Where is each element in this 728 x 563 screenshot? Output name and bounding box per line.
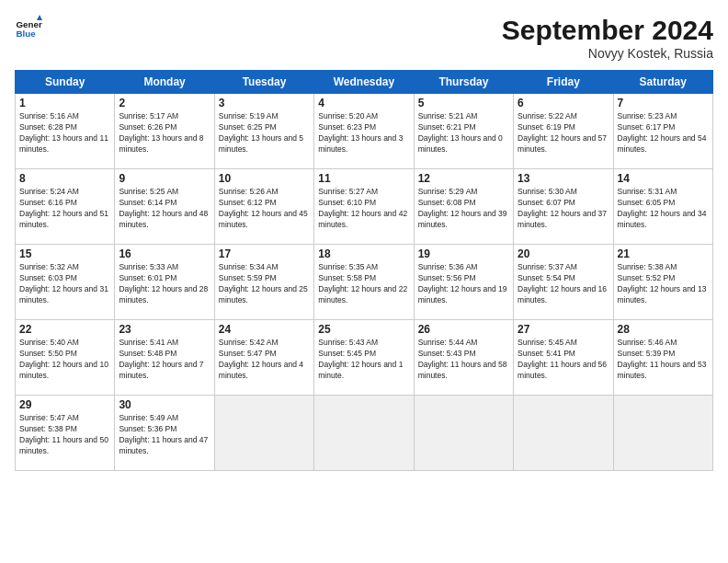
calendar-cell: 12 Sunrise: 5:29 AM Sunset: 6:08 PM Dayl… (414, 169, 513, 245)
day-number: 8 (19, 172, 110, 185)
day-info: Sunrise: 5:27 AM Sunset: 6:10 PM Dayligh… (318, 187, 409, 231)
day-number: 25 (318, 323, 409, 336)
calendar-cell: 22 Sunrise: 5:40 AM Sunset: 5:50 PM Dayl… (16, 320, 115, 396)
day-info: Sunrise: 5:49 AM Sunset: 5:36 PM Dayligh… (119, 413, 210, 457)
day-number: 21 (618, 247, 709, 260)
day-info: Sunrise: 5:33 AM Sunset: 6:01 PM Dayligh… (119, 262, 210, 306)
day-number: 12 (418, 172, 509, 185)
calendar-row: 1 Sunrise: 5:16 AM Sunset: 6:28 PM Dayli… (16, 94, 713, 169)
day-info: Sunrise: 5:25 AM Sunset: 6:14 PM Dayligh… (119, 187, 210, 231)
svg-marker-2 (37, 15, 42, 20)
location: Novyy Kostek, Russia (502, 46, 713, 61)
col-monday: Monday (115, 71, 214, 94)
day-number: 10 (219, 172, 310, 185)
calendar-table: Sunday Monday Tuesday Wednesday Thursday… (15, 70, 713, 471)
calendar-page: General Blue September 2024 Novyy Kostek… (0, 0, 728, 563)
calendar-cell: 9 Sunrise: 5:25 AM Sunset: 6:14 PM Dayli… (115, 169, 214, 245)
day-info: Sunrise: 5:32 AM Sunset: 6:03 PM Dayligh… (19, 262, 110, 306)
calendar-cell (514, 396, 613, 471)
day-number: 24 (219, 323, 310, 336)
logo: General Blue (15, 15, 42, 42)
day-number: 3 (219, 97, 310, 109)
header-row: Sunday Monday Tuesday Wednesday Thursday… (16, 71, 713, 94)
calendar-cell: 15 Sunrise: 5:32 AM Sunset: 6:03 PM Dayl… (16, 245, 115, 320)
day-number: 19 (418, 247, 509, 260)
calendar-cell: 11 Sunrise: 5:27 AM Sunset: 6:10 PM Dayl… (314, 169, 414, 245)
calendar-cell: 20 Sunrise: 5:37 AM Sunset: 5:54 PM Dayl… (514, 245, 613, 320)
calendar-cell (214, 396, 313, 471)
calendar-cell (414, 396, 513, 471)
calendar-cell: 2 Sunrise: 5:17 AM Sunset: 6:26 PM Dayli… (115, 94, 214, 169)
calendar-row: 22 Sunrise: 5:40 AM Sunset: 5:50 PM Dayl… (16, 320, 713, 396)
calendar-cell: 24 Sunrise: 5:42 AM Sunset: 5:47 PM Dayl… (214, 320, 313, 396)
day-info: Sunrise: 5:26 AM Sunset: 6:12 PM Dayligh… (219, 187, 310, 231)
col-tuesday: Tuesday (214, 71, 313, 94)
day-info: Sunrise: 5:38 AM Sunset: 5:52 PM Dayligh… (618, 262, 709, 306)
calendar-cell: 6 Sunrise: 5:22 AM Sunset: 6:19 PM Dayli… (514, 94, 613, 169)
day-info: Sunrise: 5:40 AM Sunset: 5:50 PM Dayligh… (19, 338, 110, 382)
day-info: Sunrise: 5:22 AM Sunset: 6:19 PM Dayligh… (518, 111, 609, 155)
day-number: 20 (518, 247, 609, 260)
calendar-cell: 10 Sunrise: 5:26 AM Sunset: 6:12 PM Dayl… (214, 169, 313, 245)
day-info: Sunrise: 5:23 AM Sunset: 6:17 PM Dayligh… (618, 111, 709, 155)
day-number: 15 (19, 247, 110, 260)
day-number: 22 (19, 323, 110, 336)
title-block: September 2024 Novyy Kostek, Russia (502, 15, 713, 61)
day-number: 26 (418, 323, 509, 336)
day-info: Sunrise: 5:31 AM Sunset: 6:05 PM Dayligh… (618, 187, 709, 231)
day-number: 18 (318, 247, 409, 260)
header: General Blue September 2024 Novyy Kostek… (15, 15, 713, 61)
day-info: Sunrise: 5:34 AM Sunset: 5:59 PM Dayligh… (219, 262, 310, 306)
calendar-row: 15 Sunrise: 5:32 AM Sunset: 6:03 PM Dayl… (16, 245, 713, 320)
col-sunday: Sunday (16, 71, 115, 94)
calendar-cell: 26 Sunrise: 5:44 AM Sunset: 5:43 PM Dayl… (414, 320, 513, 396)
day-info: Sunrise: 5:20 AM Sunset: 6:23 PM Dayligh… (318, 111, 409, 155)
day-info: Sunrise: 5:45 AM Sunset: 5:41 PM Dayligh… (518, 338, 609, 382)
calendar-cell: 23 Sunrise: 5:41 AM Sunset: 5:48 PM Dayl… (115, 320, 214, 396)
calendar-cell: 29 Sunrise: 5:47 AM Sunset: 5:38 PM Dayl… (16, 396, 115, 471)
day-info: Sunrise: 5:47 AM Sunset: 5:38 PM Dayligh… (19, 413, 110, 457)
col-wednesday: Wednesday (314, 71, 414, 94)
day-info: Sunrise: 5:46 AM Sunset: 5:39 PM Dayligh… (618, 338, 709, 382)
calendar-cell: 25 Sunrise: 5:43 AM Sunset: 5:45 PM Dayl… (314, 320, 414, 396)
col-friday: Friday (514, 71, 613, 94)
day-info: Sunrise: 5:37 AM Sunset: 5:54 PM Dayligh… (518, 262, 609, 306)
day-number: 17 (219, 247, 310, 260)
day-number: 23 (119, 323, 210, 336)
day-number: 29 (19, 398, 110, 411)
day-info: Sunrise: 5:35 AM Sunset: 5:58 PM Dayligh… (318, 262, 409, 306)
day-info: Sunrise: 5:24 AM Sunset: 6:16 PM Dayligh… (19, 187, 110, 231)
day-number: 27 (518, 323, 609, 336)
day-number: 4 (318, 97, 409, 109)
calendar-cell: 8 Sunrise: 5:24 AM Sunset: 6:16 PM Dayli… (16, 169, 115, 245)
calendar-cell: 28 Sunrise: 5:46 AM Sunset: 5:39 PM Dayl… (613, 320, 712, 396)
day-info: Sunrise: 5:43 AM Sunset: 5:45 PM Dayligh… (318, 338, 409, 382)
day-number: 9 (119, 172, 210, 185)
day-info: Sunrise: 5:36 AM Sunset: 5:56 PM Dayligh… (418, 262, 509, 306)
day-info: Sunrise: 5:19 AM Sunset: 6:25 PM Dayligh… (219, 111, 310, 155)
calendar-cell (613, 396, 712, 471)
svg-text:General: General (17, 19, 43, 29)
day-number: 16 (119, 247, 210, 260)
day-info: Sunrise: 5:21 AM Sunset: 6:21 PM Dayligh… (418, 111, 509, 155)
svg-text:Blue: Blue (17, 29, 37, 39)
day-number: 5 (418, 97, 509, 109)
calendar-cell (314, 396, 414, 471)
day-info: Sunrise: 5:16 AM Sunset: 6:28 PM Dayligh… (19, 111, 110, 155)
calendar-cell: 13 Sunrise: 5:30 AM Sunset: 6:07 PM Dayl… (514, 169, 613, 245)
col-saturday: Saturday (613, 71, 712, 94)
calendar-row: 29 Sunrise: 5:47 AM Sunset: 5:38 PM Dayl… (16, 396, 713, 471)
day-info: Sunrise: 5:29 AM Sunset: 6:08 PM Dayligh… (418, 187, 509, 231)
calendar-cell: 14 Sunrise: 5:31 AM Sunset: 6:05 PM Dayl… (613, 169, 712, 245)
calendar-cell: 19 Sunrise: 5:36 AM Sunset: 5:56 PM Dayl… (414, 245, 513, 320)
calendar-cell: 21 Sunrise: 5:38 AM Sunset: 5:52 PM Dayl… (613, 245, 712, 320)
day-number: 6 (518, 97, 609, 109)
calendar-cell: 17 Sunrise: 5:34 AM Sunset: 5:59 PM Dayl… (214, 245, 313, 320)
day-info: Sunrise: 5:42 AM Sunset: 5:47 PM Dayligh… (219, 338, 310, 382)
day-number: 11 (318, 172, 409, 185)
calendar-cell: 7 Sunrise: 5:23 AM Sunset: 6:17 PM Dayli… (613, 94, 712, 169)
day-number: 2 (119, 97, 210, 109)
logo-icon: General Blue (15, 15, 42, 42)
day-number: 30 (119, 398, 210, 411)
day-info: Sunrise: 5:44 AM Sunset: 5:43 PM Dayligh… (418, 338, 509, 382)
